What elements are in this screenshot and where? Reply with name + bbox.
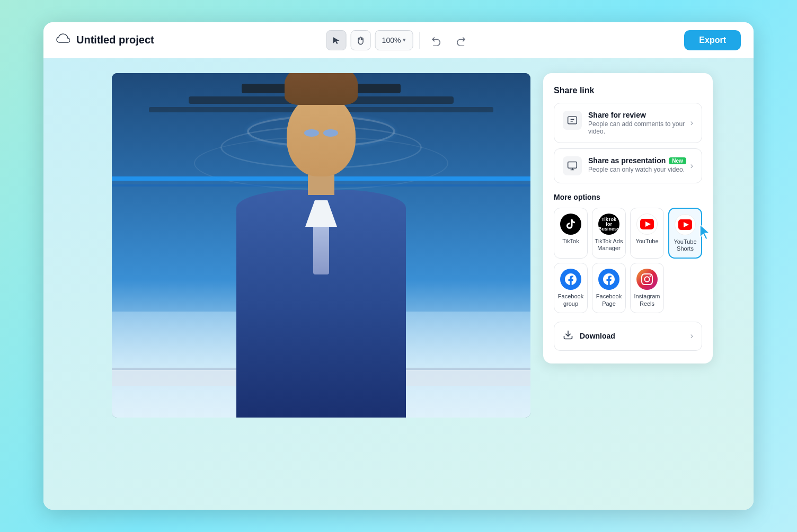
svg-marker-7 bbox=[700, 225, 710, 240]
download-icon bbox=[563, 330, 573, 343]
instagram-icon bbox=[636, 269, 658, 290]
share-review-icon bbox=[563, 111, 582, 130]
youtube-icon bbox=[636, 214, 658, 235]
zoom-chevron-icon: ▾ bbox=[403, 37, 406, 43]
svg-marker-0 bbox=[333, 37, 340, 44]
instagram-reels-option[interactable]: Instagram Reels bbox=[630, 263, 664, 313]
tiktok-icon bbox=[560, 214, 581, 235]
share-review-subtitle: People can add comments to your video. bbox=[588, 120, 690, 135]
share-presentation-icon bbox=[563, 156, 582, 175]
tiktok-ads-option[interactable]: TikTokfor Business TikTok Ads Manager bbox=[592, 208, 626, 259]
youtube-shorts-label: YouTube Shorts bbox=[671, 238, 699, 252]
youtube-label: YouTube bbox=[635, 238, 658, 245]
share-presentation-text: Share as presentation New People can onl… bbox=[588, 156, 686, 173]
new-badge: New bbox=[669, 157, 686, 164]
header-divider bbox=[419, 32, 420, 49]
zoom-control[interactable]: 100% ▾ bbox=[375, 30, 413, 50]
share-review-chevron-icon: › bbox=[690, 118, 693, 128]
redo-button[interactable] bbox=[450, 30, 471, 50]
tiktok-ads-icon: TikTokfor Business bbox=[598, 214, 619, 235]
facebook-group-icon bbox=[560, 269, 581, 290]
instagram-reels-label: Instagram Reels bbox=[633, 293, 661, 307]
download-option[interactable]: Download › bbox=[554, 322, 702, 351]
cloud-icon bbox=[56, 33, 70, 48]
share-review-title: Share for review bbox=[588, 111, 690, 119]
share-presentation-title: Share as presentation New bbox=[588, 156, 686, 165]
download-chevron-icon: › bbox=[690, 331, 693, 341]
youtube-shorts-option[interactable]: YouTube Shorts bbox=[668, 208, 702, 259]
youtube-option[interactable]: YouTube bbox=[630, 208, 664, 259]
tiktok-label: TikTok bbox=[562, 238, 579, 245]
social-grid: TikTok TikTokfor Business TikTok Ads Man… bbox=[554, 208, 702, 313]
facebook-page-icon bbox=[598, 269, 619, 290]
download-label: Download bbox=[580, 332, 615, 340]
svg-rect-2 bbox=[568, 162, 577, 169]
share-panel: Share link Share for review People can a… bbox=[543, 73, 713, 363]
share-link-title: Share link bbox=[554, 86, 702, 95]
project-title: Untitled project bbox=[76, 34, 154, 46]
download-left: Download bbox=[563, 330, 615, 343]
svg-rect-1 bbox=[568, 117, 577, 123]
header-left: Untitled project bbox=[56, 33, 154, 48]
export-button[interactable]: Export bbox=[684, 30, 741, 50]
cursor-pointer-icon bbox=[698, 224, 713, 243]
zoom-level: 100% bbox=[382, 36, 401, 45]
facebook-page-option[interactable]: Facebook Page bbox=[592, 263, 626, 313]
header-right: Export bbox=[684, 30, 741, 50]
header: Untitled project 100% ▾ bbox=[43, 22, 754, 58]
share-review-option[interactable]: Share for review People can add comments… bbox=[554, 103, 702, 143]
share-presentation-option[interactable]: Share as presentation New People can onl… bbox=[554, 148, 702, 183]
share-review-text: Share for review People can add comments… bbox=[588, 111, 690, 135]
undo-button[interactable] bbox=[426, 30, 446, 50]
more-options-title: More options bbox=[554, 193, 702, 201]
share-presentation-subtitle: People can only watch your video. bbox=[588, 166, 686, 173]
share-review-left: Share for review People can add comments… bbox=[563, 111, 690, 135]
facebook-group-option[interactable]: Facebook group bbox=[554, 263, 588, 313]
hand-tool-button[interactable] bbox=[351, 30, 371, 50]
share-presentation-chevron-icon: › bbox=[690, 161, 693, 171]
tiktok-ads-label: TikTok Ads Manager bbox=[595, 238, 623, 252]
tiktok-option[interactable]: TikTok bbox=[554, 208, 588, 259]
share-presentation-left: Share as presentation New People can onl… bbox=[563, 156, 686, 175]
facebook-page-label: Facebook Page bbox=[595, 293, 623, 307]
select-tool-button[interactable] bbox=[326, 30, 347, 50]
header-center: 100% ▾ bbox=[326, 30, 471, 50]
facebook-group-label: Facebook group bbox=[556, 293, 585, 307]
main-content: Share link Share for review People can a… bbox=[43, 58, 754, 510]
app-window: Untitled project 100% ▾ bbox=[43, 22, 754, 510]
video-area bbox=[112, 73, 530, 418]
youtube-shorts-icon bbox=[675, 214, 696, 235]
video-placeholder bbox=[112, 73, 530, 418]
